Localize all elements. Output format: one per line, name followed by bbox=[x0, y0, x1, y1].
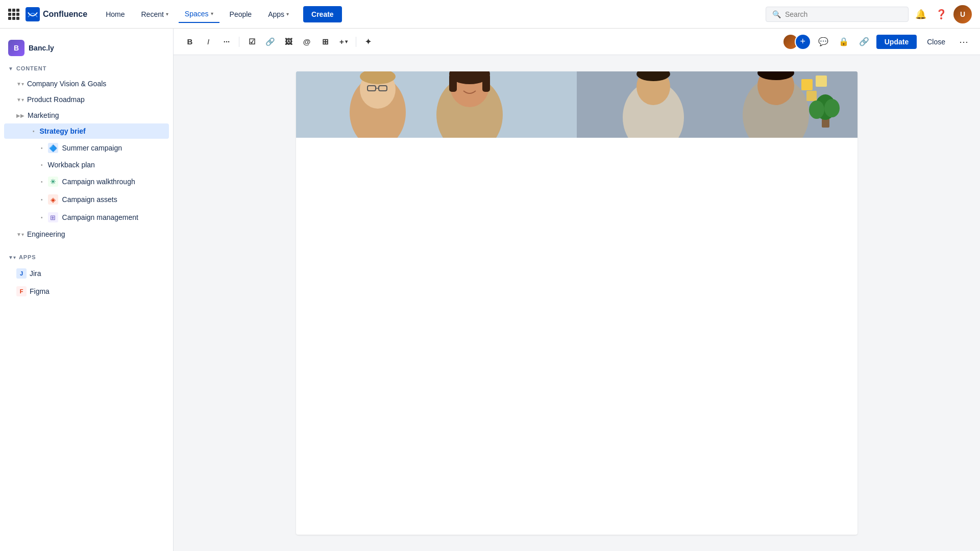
table-button[interactable]: ⊞ bbox=[317, 34, 333, 50]
toolbar-separator-2 bbox=[356, 37, 356, 47]
apps-section-label: APPS bbox=[19, 254, 36, 260]
svg-rect-22 bbox=[806, 91, 817, 101]
sidebar-item-marketing[interactable]: ▶ Marketing bbox=[4, 108, 169, 123]
jira-icon: J bbox=[16, 268, 27, 279]
bullet-icon: • bbox=[41, 215, 43, 220]
sidebar-item-label: Jira bbox=[30, 269, 41, 278]
sidebar-item-label: Company Vision & Goals bbox=[27, 80, 106, 88]
sidebar-item-campaign-walkthrough[interactable]: • ✳ Campaign walkthrough bbox=[4, 173, 169, 190]
update-button[interactable]: Update bbox=[876, 35, 917, 49]
insert-chevron-icon: ▾ bbox=[345, 39, 348, 44]
mention-button[interactable]: @ bbox=[299, 34, 315, 50]
sidebar-item-company-vision[interactable]: ▾ Company Vision & Goals bbox=[4, 76, 169, 91]
sidebar-item-label: Summer campaign bbox=[62, 144, 122, 152]
close-button[interactable]: Close bbox=[921, 35, 951, 49]
sidebar-item-label: Engineering bbox=[27, 230, 65, 238]
main-layout: B Banc.ly CONTENT ▾ Company Vision & Goa… bbox=[0, 29, 980, 551]
confluence-logo[interactable]: Confluence bbox=[26, 7, 87, 21]
content-chevron-icon bbox=[8, 66, 13, 71]
toolbar-separator-1 bbox=[239, 37, 239, 47]
sidebar: B Banc.ly CONTENT ▾ Company Vision & Goa… bbox=[0, 29, 174, 551]
top-navigation: Confluence Home Recent ▾ Spaces ▾ People… bbox=[0, 0, 980, 29]
strategy-brief-label: Strategy brief bbox=[40, 127, 86, 135]
user-avatar[interactable]: U bbox=[953, 5, 972, 23]
nav-people[interactable]: People bbox=[224, 6, 258, 22]
editor-avatar-add[interactable]: + bbox=[795, 34, 811, 50]
space-icon: B bbox=[8, 40, 24, 56]
content-section-label: CONTENT bbox=[16, 65, 46, 71]
checkbox-button[interactable]: ☑ bbox=[243, 34, 260, 50]
space-name: Banc.ly bbox=[29, 44, 54, 52]
editor-avatars: + bbox=[782, 34, 811, 50]
editor-toolbar: B I ··· ☑ 🔗 🖼 @ ⊞ + ▾ ✦ + 💬 🔒 🔗 bbox=[174, 29, 980, 55]
sidebar-item-label: Campaign walkthrough bbox=[62, 178, 135, 186]
logo-area: Confluence bbox=[8, 7, 87, 21]
campaign-management-icon: ⊞ bbox=[48, 212, 58, 222]
apps-chevron-icon: ▾ bbox=[286, 11, 289, 17]
sidebar-item-workback-plan[interactable]: • Workback plan bbox=[4, 157, 169, 172]
image-button[interactable]: 🖼 bbox=[280, 34, 297, 50]
nav-apps[interactable]: Apps ▾ bbox=[262, 6, 295, 22]
insert-plus-icon: + bbox=[339, 37, 344, 46]
more-text-button[interactable]: ··· bbox=[218, 34, 235, 50]
nav-right-area: 🔍 🔔 ❓ U bbox=[766, 5, 972, 23]
sidebar-item-strategy-brief[interactable]: • Strategy brief bbox=[4, 123, 169, 139]
campaign-walkthrough-icon: ✳ bbox=[48, 177, 58, 187]
notifications-button[interactable]: 🔔 bbox=[913, 6, 929, 22]
search-icon: 🔍 bbox=[772, 10, 781, 18]
nav-home[interactable]: Home bbox=[100, 6, 131, 22]
search-input[interactable] bbox=[785, 10, 902, 18]
sidebar-item-label: Marketing bbox=[28, 111, 59, 119]
svg-rect-0 bbox=[26, 7, 40, 21]
svg-rect-20 bbox=[801, 79, 813, 90]
nav-spaces[interactable]: Spaces ▾ bbox=[179, 6, 219, 23]
ai-button[interactable]: ✦ bbox=[360, 34, 377, 50]
toolbar-right: + 💬 🔒 🔗 Update Close ⋯ bbox=[782, 34, 972, 50]
bullet-icon: • bbox=[41, 179, 43, 185]
bold-button[interactable]: B bbox=[182, 34, 198, 50]
more-options-button[interactable]: ⋯ bbox=[955, 34, 972, 50]
create-button[interactable]: Create bbox=[303, 6, 342, 22]
search-box[interactable]: 🔍 bbox=[766, 7, 909, 22]
bullet-icon: • bbox=[41, 197, 43, 203]
editor-content bbox=[174, 55, 980, 551]
sidebar-item-product-roadmap[interactable]: ▾ Product Roadmap bbox=[4, 92, 169, 107]
italic-button[interactable]: I bbox=[200, 34, 216, 50]
comment-button[interactable]: 💬 bbox=[815, 34, 831, 50]
sidebar-item-campaign-management[interactable]: • ⊞ Campaign management bbox=[4, 209, 169, 226]
sidebar-item-campaign-assets[interactable]: • ◈ Campaign assets bbox=[4, 191, 169, 208]
marketing-chevron-icon: ▶ bbox=[16, 113, 24, 118]
spaces-chevron-icon: ▾ bbox=[211, 11, 213, 16]
bullet-icon: • bbox=[41, 145, 43, 151]
nav-recent[interactable]: Recent ▾ bbox=[135, 6, 174, 22]
hero-right-image bbox=[577, 71, 857, 138]
help-button[interactable]: ❓ bbox=[933, 6, 949, 22]
sidebar-item-summer-campaign[interactable]: • 🔷 Summer campaign bbox=[4, 139, 169, 157]
sidebar-item-jira[interactable]: J Jira bbox=[4, 265, 169, 282]
svg-rect-1 bbox=[296, 71, 577, 138]
editor-body[interactable] bbox=[296, 138, 857, 179]
content-area: B I ··· ☑ 🔗 🖼 @ ⊞ + ▾ ✦ + 💬 🔒 🔗 bbox=[174, 29, 980, 551]
space-header[interactable]: B Banc.ly bbox=[0, 35, 173, 61]
svg-point-26 bbox=[824, 99, 840, 117]
sidebar-item-label: Campaign management bbox=[62, 213, 138, 221]
sidebar-item-engineering[interactable]: ▾ Engineering bbox=[4, 227, 169, 242]
bullet-icon: • bbox=[41, 162, 43, 168]
sidebar-item-figma[interactable]: F Figma bbox=[4, 283, 169, 300]
restrict-button[interactable]: 🔒 bbox=[836, 34, 852, 50]
recent-chevron-icon: ▾ bbox=[166, 11, 168, 17]
insert-button[interactable]: + ▾ bbox=[335, 34, 352, 50]
svg-rect-21 bbox=[816, 76, 827, 87]
svg-point-25 bbox=[809, 101, 824, 119]
copy-link-button[interactable]: 🔗 bbox=[856, 34, 872, 50]
content-section-header[interactable]: CONTENT bbox=[0, 61, 173, 76]
hero-left-image bbox=[296, 71, 577, 138]
link-button[interactable]: 🔗 bbox=[262, 34, 278, 50]
app-switcher-icon[interactable] bbox=[8, 9, 19, 20]
engineering-chevron-icon: ▾ bbox=[16, 232, 24, 237]
editor-page bbox=[296, 71, 857, 535]
apps-section-header[interactable]: ▾ APPS bbox=[0, 250, 173, 264]
figma-icon: F bbox=[16, 286, 27, 296]
sidebar-item-label: Workback plan bbox=[48, 161, 95, 169]
company-vision-chevron-icon: ▾ bbox=[16, 81, 24, 87]
